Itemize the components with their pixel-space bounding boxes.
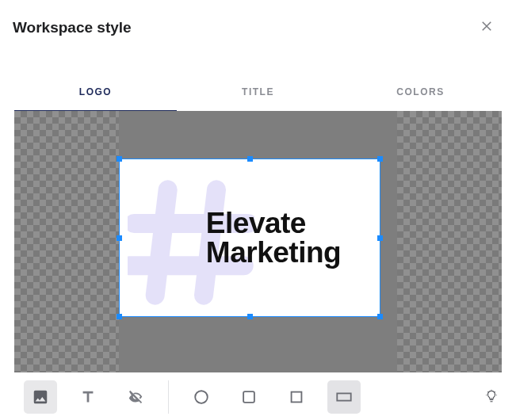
tab-label: COLORS [396, 86, 444, 97]
canvas-area: Elevate Marketing [0, 111, 516, 372]
tabs: LOGO TITLE COLORS [0, 72, 516, 112]
resize-handle-tl[interactable] [117, 156, 122, 162]
tab-label: TITLE [242, 86, 274, 97]
toolbar-separator [168, 380, 169, 414]
svg-rect-6 [292, 392, 302, 403]
logo-text-line2: Marketing [206, 236, 341, 269]
rectangle-icon [335, 388, 353, 406]
resize-handle-bm[interactable] [247, 314, 253, 319]
header: Workspace style [0, 0, 516, 48]
shape-circle-button[interactable] [185, 380, 218, 414]
resize-handle-tm[interactable] [247, 156, 253, 162]
logo-text-line1: Elevate [206, 207, 306, 239]
page-title: Workspace style [13, 19, 132, 36]
logo-text: Elevate Marketing [159, 208, 341, 267]
close-button[interactable] [476, 16, 497, 39]
svg-rect-5 [243, 391, 254, 403]
tab-colors[interactable]: COLORS [339, 72, 502, 112]
tab-label: LOGO [79, 86, 112, 97]
visibility-off-icon [127, 388, 144, 406]
resize-handle-ml[interactable] [117, 235, 122, 241]
svg-point-4 [195, 391, 208, 403]
resize-handle-bl[interactable] [117, 314, 122, 319]
tab-title[interactable]: TITLE [177, 72, 339, 112]
text-icon [79, 388, 97, 406]
shape-rectangle-button[interactable] [327, 380, 361, 414]
logo-selection[interactable]: Elevate Marketing [119, 158, 380, 317]
toolbar [0, 372, 516, 420]
close-icon [480, 19, 494, 33]
resize-handle-mr[interactable] [377, 235, 383, 241]
lightbulb-icon [484, 389, 499, 403]
transparency-left [14, 111, 119, 372]
text-tool-button[interactable] [71, 380, 105, 414]
square-icon [240, 388, 258, 406]
logo-content: Elevate Marketing [120, 159, 380, 316]
circle-icon [193, 388, 210, 406]
resize-handle-br[interactable] [377, 314, 383, 319]
shape-square-alt-button[interactable] [280, 380, 313, 414]
svg-rect-7 [337, 393, 350, 400]
hint-button[interactable] [481, 386, 502, 409]
logo-canvas[interactable]: Elevate Marketing [14, 111, 502, 372]
shape-square-button[interactable] [232, 380, 266, 414]
hide-tool-button[interactable] [119, 380, 152, 414]
tab-logo[interactable]: LOGO [14, 72, 177, 112]
image-icon [32, 388, 49, 406]
image-tool-button[interactable] [24, 380, 57, 414]
transparency-right [397, 111, 502, 372]
square-alt-icon [288, 388, 305, 406]
resize-handle-tr[interactable] [377, 156, 383, 162]
